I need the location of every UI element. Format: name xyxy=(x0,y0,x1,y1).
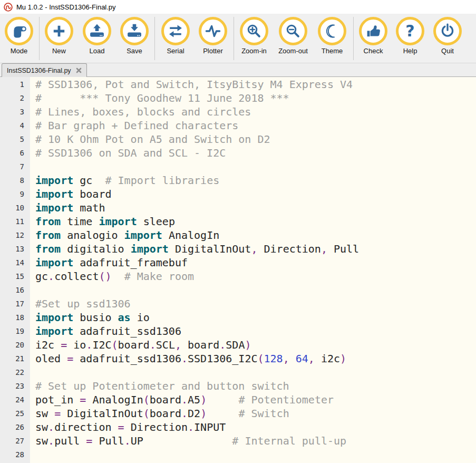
code-line: 15gc.collect() # Make room xyxy=(0,269,476,283)
tab-bar: InstSSD1306-Final.py xyxy=(0,63,476,77)
serial-icon xyxy=(166,22,185,41)
code-line: 5# 10 K Ohm Pot on A5 and Switch on D2 xyxy=(0,132,476,146)
zoom-out-button[interactable]: Zoom-out xyxy=(275,17,311,55)
help-button-label: Help xyxy=(392,47,428,55)
zoom-in-icon xyxy=(245,22,264,41)
toolbar-separator xyxy=(154,17,155,60)
code-text: #Set up ssd1306 xyxy=(30,297,131,311)
load-button[interactable]: Load xyxy=(79,17,115,55)
code-text: from digitalio import DigitalInOut, Dire… xyxy=(30,242,359,256)
line-number: 2 xyxy=(0,91,30,105)
zoom-in-button-label: Zoom-in xyxy=(236,47,272,55)
code-text: # Bar graph + Defined characters xyxy=(30,119,238,132)
code-text xyxy=(30,365,35,379)
code-text: sw.direction = Direction.INPUT xyxy=(30,420,226,434)
code-text: import busio as io xyxy=(30,311,150,324)
toolbar-separator xyxy=(39,17,40,60)
code-line: 1# SSD1306, Pot and Switch, ItsyBitsy M4… xyxy=(0,78,476,91)
line-number: 22 xyxy=(0,365,30,379)
theme-button-label: Theme xyxy=(314,47,350,55)
check-button[interactable]: Check xyxy=(355,17,391,55)
line-number: 1 xyxy=(0,78,30,91)
code-text: import board xyxy=(30,187,112,201)
tab-instssd1306-final[interactable]: InstSSD1306-Final.py xyxy=(2,63,87,77)
code-text: gc.collect() # Make room xyxy=(30,269,194,283)
code-text: from time import sleep xyxy=(30,215,175,228)
code-text: oled = adafruit_ssd1306.SSD1306_I2C(128,… xyxy=(30,352,346,365)
code-line: 27sw.pull = Pull.UP # Internal pull-up xyxy=(0,434,476,448)
line-number: 21 xyxy=(0,352,30,365)
line-number: 14 xyxy=(0,256,30,269)
line-number: 20 xyxy=(0,338,30,352)
zoom-in-button[interactable]: Zoom-in xyxy=(236,17,272,55)
quit-button[interactable]: Quit xyxy=(430,17,465,55)
code-text xyxy=(30,160,35,173)
save-button[interactable]: Save xyxy=(116,17,152,55)
check-button-label: Check xyxy=(355,47,391,55)
line-number: 5 xyxy=(0,132,30,146)
code-line: 4# Bar graph + Defined characters xyxy=(0,119,476,132)
code-text: pot_in = AnalogIn(board.A5) # Potentiome… xyxy=(30,393,334,407)
save-button-label: Save xyxy=(116,47,152,55)
code-text: sw = DigitalInOut(board.D2) # Switch xyxy=(30,407,289,420)
plotter-button-label: Plotter xyxy=(195,47,231,55)
line-number: 10 xyxy=(0,201,30,215)
toolbar-separator xyxy=(353,17,354,60)
load-icon xyxy=(88,22,106,41)
mode-button-label: Mode xyxy=(1,47,37,55)
mu-app-icon xyxy=(4,3,13,12)
code-line: 12from analogio import AnalogIn xyxy=(0,228,476,242)
code-editor[interactable]: 1# SSD1306, Pot and Switch, ItsyBitsy M4… xyxy=(0,77,476,463)
mode-button[interactable]: Mode xyxy=(1,17,37,55)
line-number: 27 xyxy=(0,434,30,448)
code-line: 8import gc # Import libraries xyxy=(0,173,476,187)
theme-button[interactable]: Theme xyxy=(314,17,350,55)
line-number: 7 xyxy=(0,160,30,173)
code-line: 21oled = adafruit_ssd1306.SSD1306_I2C(12… xyxy=(0,352,476,365)
line-number: 3 xyxy=(0,105,30,119)
line-number: 26 xyxy=(0,420,30,434)
plotter-button[interactable]: Plotter xyxy=(195,17,231,55)
code-text: # Lines, boxes, blocks and circles xyxy=(30,105,251,119)
code-line: 16 xyxy=(0,283,476,297)
code-line: 26sw.direction = Direction.INPUT xyxy=(0,420,476,434)
code-line: 22 xyxy=(0,365,476,379)
line-number: 12 xyxy=(0,228,30,242)
line-number: 23 xyxy=(0,379,30,393)
quit-icon xyxy=(438,22,457,41)
code-text: import gc # Import libraries xyxy=(30,173,219,187)
toolbar: Mode New Load Save Serial Plotter xyxy=(0,14,476,63)
serial-button[interactable]: Serial xyxy=(158,17,193,55)
code-line: 3# Lines, boxes, blocks and circles xyxy=(0,105,476,119)
line-number: 15 xyxy=(0,269,30,283)
code-text: # 10 K Ohm Pot on A5 and Switch on D2 xyxy=(30,132,270,146)
save-icon xyxy=(125,22,144,41)
code-line: 20i2c = io.I2C(board.SCL, board.SDA) xyxy=(0,338,476,352)
code-text: i2c = io.I2C(board.SCL, board.SDA) xyxy=(30,338,251,352)
code-text: sw.pull = Pull.UP # Internal pull-up xyxy=(30,434,346,448)
line-number: 11 xyxy=(0,215,30,228)
tab-close-icon[interactable] xyxy=(76,67,82,73)
window-title: Mu 1.0.2 - InstSSD1306-Final.py xyxy=(16,3,116,11)
code-text: # Set up Potentiometer and button switch xyxy=(30,379,289,393)
code-lines: 1# SSD1306, Pot and Switch, ItsyBitsy M4… xyxy=(0,77,476,461)
line-number: 25 xyxy=(0,407,30,420)
toolbar-separator xyxy=(234,17,234,60)
line-number: 16 xyxy=(0,283,30,297)
zoom-out-button-label: Zoom-out xyxy=(275,47,311,55)
help-icon: ? xyxy=(405,23,414,39)
line-number: 24 xyxy=(0,393,30,407)
theme-icon xyxy=(323,22,342,41)
help-button[interactable]: ? Help xyxy=(392,17,428,55)
code-text: # *** Tony Goodhew 11 June 2018 *** xyxy=(30,91,289,105)
line-number: 28 xyxy=(0,448,30,461)
serial-button-label: Serial xyxy=(158,47,193,55)
line-number: 18 xyxy=(0,311,30,324)
code-line: 9import board xyxy=(0,187,476,201)
code-line: 19import adafruit_ssd1306 xyxy=(0,324,476,338)
new-icon xyxy=(50,22,69,41)
new-button[interactable]: New xyxy=(41,17,77,55)
code-line: 25sw = DigitalInOut(board.D2) # Switch xyxy=(0,407,476,420)
check-icon xyxy=(364,22,383,41)
code-text: # SSD1306 on SDA and SCL - I2C xyxy=(30,146,226,160)
